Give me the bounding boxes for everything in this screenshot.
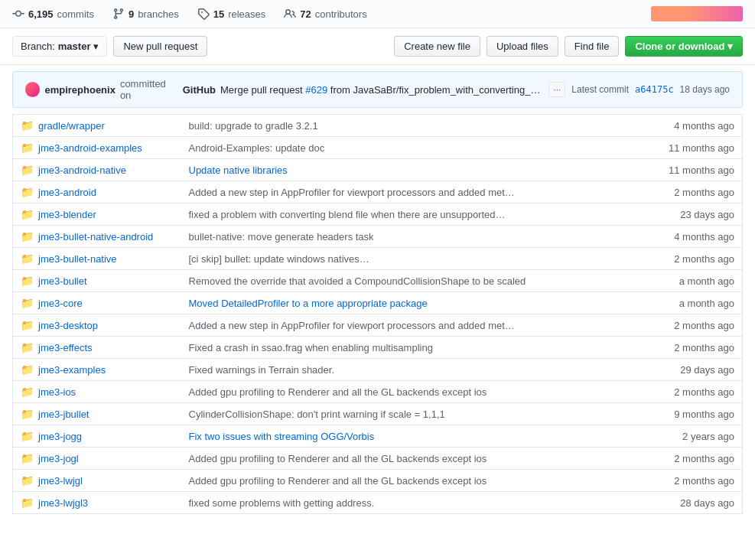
commit-time: 2 months ago: [643, 470, 743, 492]
commit-time: 4 months ago: [643, 226, 743, 248]
commits-label: commits: [57, 8, 94, 20]
committed-text: committed on: [120, 78, 178, 101]
commit-time: 2 years ago: [643, 425, 743, 448]
file-link[interactable]: jme3-blender: [38, 209, 96, 220]
find-file-button[interactable]: Find file: [565, 36, 620, 57]
folder-icon: 📁: [21, 142, 34, 154]
file-link[interactable]: jme3-core: [38, 298, 83, 309]
stats-bar: 6,195 commits 9 branches 15 releases 72 …: [0, 0, 755, 28]
file-link[interactable]: jme3-effects: [38, 342, 93, 353]
file-link[interactable]: jme3-desktop: [38, 320, 98, 331]
table-row: 📁jme3-coreMoved DetailedProfiler to a mo…: [13, 292, 743, 314]
branches-count: 9: [129, 8, 134, 20]
commit-message-link[interactable]: Fix two issues with streaming OGG/Vorbis: [189, 431, 375, 442]
folder-icon: 📁: [21, 230, 34, 243]
file-link[interactable]: jme3-jogl: [38, 453, 79, 464]
file-link[interactable]: jme3-bullet: [38, 275, 87, 287]
commit-time: 23 days ago: [643, 203, 743, 226]
contributors-stat[interactable]: 72 contributors: [284, 8, 366, 20]
folder-icon: 📁: [21, 430, 34, 442]
pr-link[interactable]: #629: [305, 84, 327, 96]
commit-time: 29 days ago: [643, 359, 743, 381]
folder-icon: 📁: [21, 341, 34, 353]
releases-count: 15: [213, 8, 224, 20]
table-row: 📁jme3-androidAdded a new step in AppProf…: [13, 181, 743, 203]
table-row: 📁jme3-bullet-native-androidbullet-native…: [13, 226, 743, 248]
folder-icon: 📁: [21, 208, 34, 220]
folder-icon: 📁: [21, 386, 34, 398]
clone-download-button[interactable]: Clone or download ▾: [625, 36, 743, 57]
file-link[interactable]: jme3-bullet-native-android: [38, 231, 153, 243]
commits-stat[interactable]: 6,195 commits: [12, 8, 94, 20]
commit-message: [ci skip] bullet: update windows natives…: [189, 253, 369, 265]
table-row: 📁jme3-desktopAdded a new step in AppProf…: [13, 314, 743, 337]
toolbar: Branch: master ▾ New pull request Create…: [0, 28, 755, 65]
commit-message-text: Merge pull request #629 from JavaSaBr/fi…: [220, 84, 544, 96]
commits-icon: [12, 8, 24, 20]
file-link[interactable]: jme3-examples: [38, 364, 106, 376]
toolbar-right: Create new file Upload files Find file C…: [394, 36, 743, 57]
releases-stat[interactable]: 15 releases: [197, 8, 266, 20]
commit-time: 2 months ago: [643, 314, 743, 337]
file-link[interactable]: jme3-jbullet: [38, 409, 89, 420]
table-row: 📁jme3-android-nativeUpdate native librar…: [13, 159, 743, 181]
commit-message: fixed a problem with converting blend fi…: [189, 209, 506, 220]
branches-stat[interactable]: 9 branches: [112, 8, 179, 20]
table-row: 📁jme3-effectsFixed a crash in ssao.frag …: [13, 337, 743, 359]
clone-download-label: Clone or download: [635, 41, 724, 52]
file-link[interactable]: jme3-ios: [38, 386, 76, 398]
table-row: 📁jme3-bullet-native[ci skip] bullet: upd…: [13, 248, 743, 270]
table-row: 📁jme3-blenderfixed a problem with conver…: [13, 203, 743, 226]
new-pull-request-button[interactable]: New pull request: [113, 36, 207, 57]
commit-time: 2 months ago: [643, 448, 743, 470]
commit-message: Added gpu profiling to Renderer and all …: [189, 475, 487, 487]
table-row: 📁jme3-joggFix two issues with streaming …: [13, 425, 743, 448]
folder-icon: 📁: [21, 474, 34, 487]
contributors-label: contributors: [315, 8, 367, 20]
commits-count: 6,195: [28, 8, 54, 20]
folder-icon: 📁: [21, 119, 34, 132]
create-new-file-button[interactable]: Create new file: [394, 36, 480, 57]
file-link[interactable]: jme3-bullet-native: [38, 253, 117, 265]
folder-icon: 📁: [21, 252, 34, 265]
branch-label: Branch:: [21, 41, 55, 52]
folder-icon: 📁: [21, 164, 34, 176]
commit-message-link[interactable]: Moved DetailedProfiler to a more appropr…: [189, 298, 428, 309]
committer-username[interactable]: empirephoenix: [44, 84, 115, 96]
file-link[interactable]: jme3-lwjgl: [38, 475, 83, 487]
commit-time: 11 months ago: [643, 159, 743, 181]
commit-time: 2 months ago: [643, 248, 743, 270]
file-link[interactable]: jme3-jogg: [38, 431, 82, 442]
folder-icon: 📁: [21, 186, 34, 198]
commit-message: fixed some problems with getting address…: [189, 497, 375, 509]
commit-message-link[interactable]: Update native libraries: [189, 164, 288, 176]
commit-hash-link[interactable]: a64175c: [635, 84, 674, 95]
file-table: 📁gradle/wrapperbuild: upgrade to gradle …: [12, 114, 743, 514]
table-row: 📁gradle/wrapperbuild: upgrade to gradle …: [13, 115, 743, 137]
commit-message: Fixed warnings in Terrain shader.: [189, 364, 335, 376]
folder-icon: 📁: [21, 408, 34, 420]
folder-icon: 📁: [21, 452, 34, 464]
table-row: 📁jme3-examplesFixed warnings in Terrain …: [13, 359, 743, 381]
file-link[interactable]: jme3-lwjgl3: [38, 497, 88, 509]
table-row: 📁jme3-iosAdded gpu profiling to Renderer…: [13, 381, 743, 403]
file-link[interactable]: jme3-android: [38, 187, 96, 198]
commit-time: 2 months ago: [643, 181, 743, 203]
commit-message: Added gpu profiling to Renderer and all …: [189, 386, 487, 398]
branch-selector[interactable]: Branch: master ▾: [12, 36, 107, 57]
commit-time: 2 months ago: [643, 337, 743, 359]
upload-files-button[interactable]: Upload files: [487, 36, 558, 57]
contributors-icon: [284, 8, 296, 20]
releases-label: releases: [228, 8, 265, 20]
avatar: [25, 82, 40, 97]
file-link[interactable]: jme3-android-examples: [38, 142, 142, 154]
commit-bar-right: Latest commit a64175c 18 days ago: [571, 84, 730, 95]
folder-icon: 📁: [21, 275, 34, 287]
commit-message: Added a new step in AppProfiler for view…: [189, 320, 515, 331]
folder-icon: 📁: [21, 363, 34, 376]
file-link[interactable]: gradle/wrapper: [38, 120, 105, 132]
ellipsis-button[interactable]: ···: [548, 82, 565, 97]
file-link[interactable]: jme3-android-native: [38, 164, 126, 176]
platform-name: GitHub: [183, 84, 216, 96]
commit-message: Fixed a crash in ssao.frag when enabling…: [189, 342, 433, 353]
